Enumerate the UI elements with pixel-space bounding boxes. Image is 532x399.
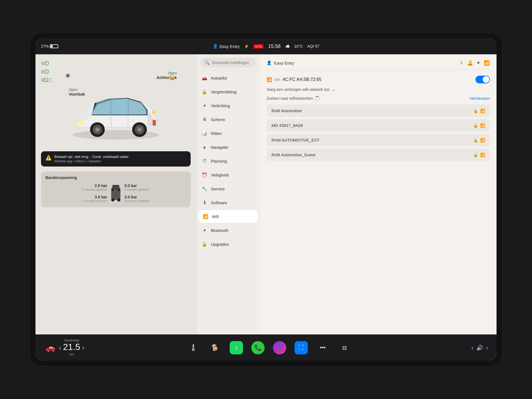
status-center: 👤 Easy Entry ⚡ SOS 15:58 ☁️ 10°C AQI 57 xyxy=(213,44,319,49)
svg-text:⚡: ⚡ xyxy=(150,109,157,115)
network-item-2[interactable]: RVM AUTOMOTIVE_EXT 🔒 📶 xyxy=(267,134,490,146)
wifi-ssid-row: 📶 Wifi 4C:FC:AA:5B:72:65 xyxy=(267,77,321,82)
wifi-header-icons: ⬇ 🔔 ✦ 📶 xyxy=(459,60,490,66)
dog-mode-button[interactable]: 🐕 xyxy=(208,341,221,354)
temp-arrow-right[interactable]: › xyxy=(82,343,85,352)
car-button[interactable]: 🚗 xyxy=(44,341,57,354)
wifi-scanning-row: Zoeken naar wifinetwerken Vernieuwen xyxy=(267,96,490,101)
menu-item-scherm[interactable]: 🖥 Scherm xyxy=(196,112,260,126)
cards-button[interactable]: ⊟ xyxy=(338,341,351,354)
menu-item-veiligheid[interactable]: ⏰ Veiligheid xyxy=(196,168,260,182)
svg-point-4 xyxy=(95,127,99,132)
svg-rect-1 xyxy=(153,120,156,126)
lock-icon-0: 🔒 xyxy=(473,109,478,113)
phone-button[interactable]: 📞 xyxy=(251,341,265,354)
menu-item-autopilot[interactable]: 🚗 Autopilot xyxy=(196,71,260,85)
trunk-icon: 🔓 xyxy=(168,74,175,80)
vergrendeling-icon: 🔒 xyxy=(201,89,208,95)
menu-item-verlichting[interactable]: ✦ Verlichting xyxy=(196,99,260,112)
camera-button[interactable]: 🎵 xyxy=(273,341,286,354)
bell-icon: 🔔 xyxy=(467,60,473,66)
status-bar-left: 27% xyxy=(41,44,58,48)
svg-point-13 xyxy=(111,198,114,202)
aqi: AQI 57 xyxy=(307,44,319,48)
verlichting-icon: ✦ xyxy=(201,103,208,109)
loading-spinner xyxy=(315,96,319,101)
vergrendeling-label: Vergrendeling xyxy=(211,89,237,94)
menu-item-navigatie[interactable]: ▲ Navigatie xyxy=(196,140,260,154)
svg-point-15 xyxy=(112,189,114,191)
car-svg: ⚡ xyxy=(63,82,168,143)
network-icons-2: 🔒 📶 xyxy=(473,138,485,142)
ritten-label: Ritten xyxy=(211,131,222,136)
battery-percent: 27% xyxy=(41,44,49,48)
asterisk-icon: ✦ xyxy=(476,60,480,66)
svg-point-7 xyxy=(137,127,142,132)
network-item-1[interactable]: MD 43917_8A28 🔒 📶 xyxy=(267,119,490,132)
network-item-0[interactable]: RvM Automotive 🔒 📶 xyxy=(267,104,490,117)
veiligheid-icon: ⏰ xyxy=(201,172,208,178)
battery-fill xyxy=(51,45,52,47)
planning-label: Planning xyxy=(211,159,227,163)
menu-item-vergrendeling[interactable]: 🔒 Vergrendeling xyxy=(196,85,260,99)
upgrades-icon: 🔒 xyxy=(201,241,208,247)
signal-icon-3: 📶 xyxy=(480,153,485,157)
temp-control: Handmatig 21.5 ⊓⊓ xyxy=(63,339,80,357)
verlichting-label: Verlichting xyxy=(211,103,230,108)
wifi-icon-main: 📶 xyxy=(267,77,272,82)
menu-item-ritten[interactable]: 📊 Ritten xyxy=(196,126,260,140)
svg-rect-12 xyxy=(112,185,119,190)
upgrades-label: Upgrades xyxy=(211,242,229,247)
add-hidden-network[interactable]: Voeg een verborgen wifi-netwerk toe ⌄ xyxy=(267,87,490,92)
status-bar: 27% 👤 Easy Entry ⚡ SOS 15:58 ☁️ 10°C AQI… xyxy=(35,38,497,54)
add-hidden-text: Voeg een verborgen wifi-netwerk toe xyxy=(267,87,329,92)
menu-item-wifi[interactable]: 📶 Wifi xyxy=(199,210,258,223)
autopilot-icon: 🚗 xyxy=(201,75,208,81)
menu-item-bluetooth[interactable]: ✦ Bluetooth xyxy=(196,223,260,237)
menu-item-planning[interactable]: ⏱ Planning xyxy=(196,154,260,168)
warning-icon: ⚠️ xyxy=(45,155,52,161)
bluetooth-label: Bluetooth xyxy=(211,228,228,233)
tire-rl-value: 3.0 bar xyxy=(45,195,107,199)
ritten-icon: 📊 xyxy=(201,130,208,136)
autopilot-label: Autopilot xyxy=(211,76,227,80)
network-name-3: RvM Automotive_Guest xyxy=(272,152,315,157)
volume-control[interactable]: 🔊 xyxy=(476,344,483,351)
spotify-button[interactable]: ♪ xyxy=(230,341,243,354)
search-input[interactable] xyxy=(212,60,252,65)
more-button[interactable]: ••• xyxy=(316,341,329,354)
wifi-menu-icon: 📶 xyxy=(203,213,209,219)
svg-point-16 xyxy=(118,189,120,191)
service-label: Service xyxy=(211,186,225,191)
menu-item-upgrades[interactable]: 🔒 Upgrades xyxy=(196,237,260,251)
tire-pressure-panel: Bandenspanning 2.9 bar 5 minuten geleden xyxy=(41,172,191,207)
tire-rr-time: 5 minuten geleden xyxy=(124,199,186,203)
profile-icon-wifi: 👤 xyxy=(267,60,272,65)
warning-main: Betaald opl. niet mog. - Contr. onbetaal… xyxy=(54,155,128,159)
scherm-label: Scherm xyxy=(211,117,225,122)
search-bar: 🔍 xyxy=(196,54,260,71)
taskbar-left: 🚗 ‹ Handmatig 21.5 ⊓⊓ › xyxy=(44,339,105,357)
lock-icon-3: 🔒 xyxy=(473,153,478,157)
temp-arrow-left[interactable]: ‹ xyxy=(59,343,61,352)
navigatie-label: Navigatie xyxy=(211,145,228,150)
status-profile: 👤 Easy Entry xyxy=(213,44,240,49)
volume-arrow-left[interactable]: ‹ xyxy=(471,344,474,352)
menu-item-software[interactable]: ⬇ Software xyxy=(196,196,260,209)
network-item-3[interactable]: RvM Automotive_Guest 🔒 📶 xyxy=(267,149,490,161)
volume-arrow-right[interactable]: › xyxy=(486,344,488,352)
wifi-toggle-knob xyxy=(483,76,489,83)
refresh-button[interactable]: Vernieuwen xyxy=(470,96,490,101)
screen-inner: 27% 👤 Easy Entry ⚡ SOS 15:58 ☁️ 10°C AQI… xyxy=(35,38,497,361)
signal-icon: 📶 xyxy=(484,60,490,66)
wifi-toggle[interactable] xyxy=(475,76,490,83)
network-name-2: RVM AUTOMOTIVE_EXT xyxy=(272,138,319,142)
menu-item-service[interactable]: 🔧 Service xyxy=(196,182,260,196)
heat-icon-button[interactable]: 🌡️ xyxy=(186,341,200,354)
scanning-label: Zoeken naar wifinetwerken xyxy=(267,96,313,101)
lock-icon-1: 🔒 xyxy=(473,123,478,128)
tire-grid: 2.9 bar 5 minuten geleden xyxy=(45,183,186,203)
tire-fr-time: 5 minuten geleden xyxy=(124,188,186,191)
search-container[interactable]: 🔍 xyxy=(200,58,256,67)
bluetooth-button[interactable]: ⛶ xyxy=(295,341,308,354)
